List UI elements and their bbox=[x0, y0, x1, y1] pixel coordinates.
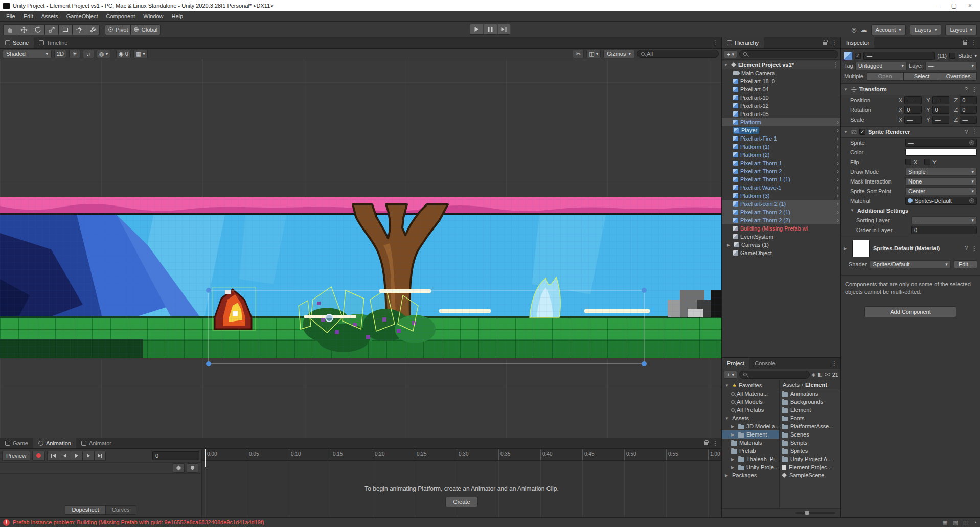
rotation-y-input[interactable]: 0 bbox=[932, 106, 950, 114]
help-icon[interactable]: ? bbox=[965, 129, 968, 135]
add-event-button[interactable] bbox=[187, 463, 198, 473]
hierarchy-item[interactable]: Platform (3)› bbox=[722, 192, 840, 200]
prefab-expand-arrow[interactable]: › bbox=[837, 185, 839, 190]
asset-item[interactable]: Scripts bbox=[780, 439, 840, 447]
project-folder[interactable]: ▶3D Model a... bbox=[722, 422, 779, 430]
dopesheet-tab[interactable]: Dopesheet bbox=[65, 505, 105, 515]
tab-timeline[interactable]: Timeline bbox=[34, 37, 73, 48]
maximize-button[interactable]: ▢ bbox=[951, 2, 957, 9]
rotation-z-input[interactable]: 0 bbox=[960, 106, 977, 114]
help-icon[interactable]: ? bbox=[965, 86, 968, 93]
tab-game[interactable]: Game bbox=[0, 438, 33, 448]
kebab-icon[interactable]: ⋮ bbox=[971, 39, 977, 47]
project-folder[interactable]: ▶Unity Proje... bbox=[722, 463, 779, 471]
tab-animation[interactable]: Animation bbox=[33, 438, 76, 448]
hierarchy-item[interactable]: Pixel art-coin 2 (1)› bbox=[722, 200, 840, 208]
timeline-ruler[interactable]: 0:00 0:05 0:10 0:15 0:20 0:25 0:30 0:35 … bbox=[202, 449, 721, 461]
tab-inspector[interactable]: Inspector bbox=[841, 37, 874, 48]
caret-down-icon[interactable]: ▾ bbox=[974, 53, 977, 58]
name-field[interactable]: — bbox=[863, 52, 935, 60]
prefab-expand-arrow[interactable]: › bbox=[837, 177, 839, 182]
scene-visibility-toggle[interactable]: ◉0 bbox=[116, 50, 131, 58]
frame-input[interactable]: 0 bbox=[152, 451, 199, 460]
kebab-icon[interactable]: ⋮ bbox=[712, 39, 718, 47]
effects-dropdown[interactable]: ◍▾ bbox=[97, 50, 110, 58]
pause-button[interactable] bbox=[483, 24, 497, 35]
foldout-icon[interactable]: ▼ bbox=[724, 63, 729, 67]
foldout-icon[interactable]: ▶ bbox=[844, 246, 849, 251]
component-enabled-checkbox[interactable]: ✓ bbox=[859, 129, 865, 135]
hierarchy-item[interactable]: Platform (1)› bbox=[722, 143, 840, 151]
grid-dropdown[interactable]: ▦▾ bbox=[133, 50, 148, 58]
layers-dropdown[interactable]: Layers▾ bbox=[910, 24, 942, 35]
prefab-expand-arrow[interactable]: › bbox=[837, 152, 839, 157]
lock-icon[interactable] bbox=[963, 42, 967, 45]
account-dropdown[interactable]: Account▾ bbox=[871, 24, 906, 35]
tab-hierarchy[interactable]: Hierarchy bbox=[722, 37, 764, 48]
draw-mode-dropdown[interactable]: Simple▾ bbox=[905, 168, 977, 176]
asset-item[interactable]: Sprites bbox=[780, 447, 840, 455]
hierarchy-item[interactable]: Pixel art-Thorn 1 (1)› bbox=[722, 175, 840, 184]
selection-handle[interactable] bbox=[642, 288, 647, 293]
rotate-tool-button[interactable] bbox=[31, 24, 44, 35]
menu-file[interactable]: File bbox=[2, 12, 19, 20]
object-picker-icon[interactable] bbox=[969, 198, 974, 203]
shading-mode-dropdown[interactable]: Shaded▾ bbox=[3, 50, 52, 58]
prev-key-button[interactable] bbox=[59, 451, 71, 461]
minimize-button[interactable]: – bbox=[937, 2, 940, 9]
menu-edit[interactable]: Edit bbox=[19, 12, 37, 20]
prefab-overrides-button[interactable]: Overrides bbox=[940, 72, 977, 81]
lock-icon[interactable] bbox=[823, 42, 827, 45]
sprite-renderer-header[interactable]: ▼ ✓ Sprite Renderer ?⋮ bbox=[841, 126, 980, 138]
hierarchy-item[interactable]: Pixel art-12 bbox=[722, 102, 840, 110]
cloud-collab-icon[interactable]: ☁ bbox=[861, 26, 867, 33]
order-in-layer-input[interactable]: 0 bbox=[911, 226, 977, 234]
hierarchy-item[interactable]: GameObject bbox=[722, 249, 840, 257]
shader-edit-button[interactable]: Edit... bbox=[954, 260, 977, 268]
prefab-expand-arrow[interactable]: › bbox=[837, 210, 839, 215]
transform-header[interactable]: ▼ Transform ?⋮ bbox=[841, 84, 980, 95]
active-checkbox[interactable]: ✓ bbox=[855, 53, 861, 59]
kebab-icon[interactable]: ⋮ bbox=[831, 360, 837, 367]
prefab-expand-arrow[interactable]: › bbox=[837, 169, 839, 174]
kebab-icon[interactable]: ⋮ bbox=[831, 39, 837, 47]
project-folder[interactable]: ▶Thaleah_Pi... bbox=[722, 455, 779, 463]
prefab-expand-arrow[interactable]: › bbox=[837, 161, 839, 166]
scene-search-input[interactable]: All bbox=[637, 50, 719, 58]
move-tool-button[interactable] bbox=[17, 24, 31, 35]
gizmos-dropdown[interactable]: Gizmos▾ bbox=[603, 50, 634, 58]
add-keyframe-button[interactable] bbox=[173, 463, 185, 473]
foldout-icon[interactable]: ▼ bbox=[844, 130, 849, 134]
preview-toggle[interactable]: Preview bbox=[2, 451, 30, 461]
scale-x-input[interactable]: — bbox=[904, 116, 922, 124]
packages-icon[interactable]: ▧ bbox=[953, 519, 958, 526]
sort-point-dropdown[interactable]: Center▾ bbox=[905, 187, 977, 195]
hierarchy-item[interactable]: Pixel art-05 bbox=[722, 110, 840, 118]
foldout-icon[interactable]: ▼ bbox=[844, 87, 849, 92]
foldout-icon[interactable]: ▶ bbox=[731, 457, 736, 462]
menu-assets[interactable]: Assets bbox=[37, 12, 62, 20]
step-button[interactable] bbox=[497, 24, 511, 35]
scale-y-input[interactable]: — bbox=[932, 116, 950, 124]
hierarchy-item[interactable]: Pixel art-Thorn 2 (2)› bbox=[722, 216, 840, 224]
position-y-input[interactable]: — bbox=[932, 96, 950, 104]
mask-interaction-dropdown[interactable]: None▾ bbox=[905, 177, 977, 186]
favorite-item[interactable]: All Materia... bbox=[722, 389, 779, 398]
lock-icon[interactable] bbox=[704, 442, 708, 445]
foldout-icon[interactable]: ▶ bbox=[731, 424, 736, 429]
hierarchy-item[interactable]: EventSystem bbox=[722, 233, 840, 241]
shader-dropdown[interactable]: Sprites/Default▾ bbox=[870, 260, 950, 268]
preset-icon[interactable]: ◎ bbox=[851, 26, 856, 33]
static-checkbox[interactable] bbox=[949, 53, 955, 59]
zoom-slider[interactable] bbox=[795, 512, 835, 514]
prefab-select-button[interactable]: Select bbox=[903, 72, 940, 81]
hand-tool-button[interactable] bbox=[3, 24, 17, 35]
menu-help[interactable]: Help bbox=[167, 12, 187, 20]
2d-toggle[interactable]: 2D bbox=[54, 50, 66, 58]
record-button[interactable] bbox=[32, 451, 45, 461]
project-search-input[interactable] bbox=[739, 371, 810, 379]
project-folder[interactable]: Materials bbox=[722, 439, 779, 447]
search-by-type-icon[interactable]: ◈ bbox=[812, 372, 816, 377]
project-folder[interactable]: ▶Element bbox=[722, 430, 779, 439]
prefab-expand-arrow[interactable]: › bbox=[837, 144, 839, 149]
